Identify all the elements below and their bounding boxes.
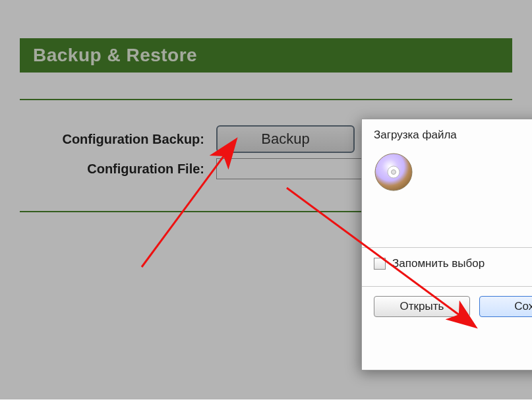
save-button[interactable]: Сохр bbox=[479, 296, 532, 317]
file-name-label: Имя bbox=[429, 156, 532, 169]
open-with-label: Открыть в bbox=[374, 220, 532, 233]
disc-icon bbox=[374, 152, 413, 192]
dialog-title: Загрузка файла bbox=[374, 129, 532, 142]
remember-choice-checkbox[interactable] bbox=[374, 258, 386, 270]
dialog-fields: Имя Тип Источник bbox=[429, 148, 532, 208]
open-button[interactable]: Открыть bbox=[374, 296, 470, 317]
remember-choice-label: Запомнить выбор bbox=[392, 257, 485, 270]
download-dialog: Загрузка файла bbox=[361, 119, 532, 370]
svg-point-2 bbox=[392, 170, 396, 175]
file-source-label: Источник bbox=[429, 191, 532, 204]
file-type-label: Тип bbox=[429, 173, 532, 187]
